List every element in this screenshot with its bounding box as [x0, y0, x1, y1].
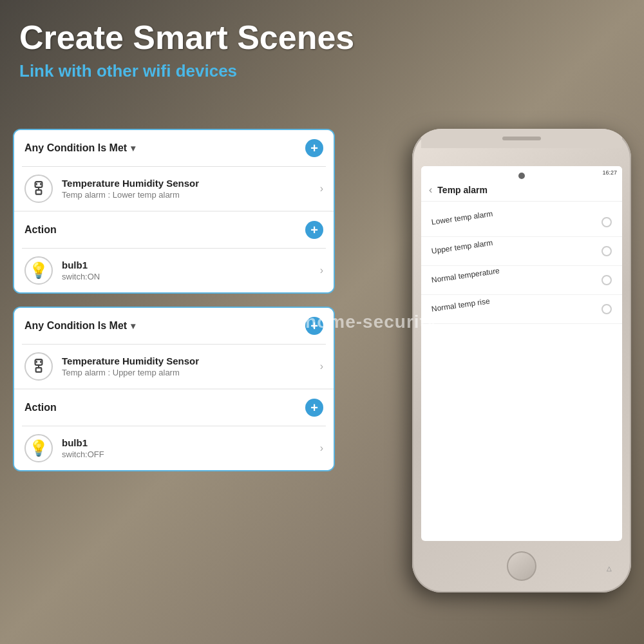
- bulb-title-1: bulb1: [62, 260, 311, 270]
- svg-rect-2: [36, 190, 42, 194]
- plug-icon-2: [30, 358, 47, 375]
- list-item-radio[interactable]: [601, 304, 612, 314]
- list-item-radio[interactable]: [601, 275, 612, 285]
- condition-title-1: Any Condition Is Met ▾: [24, 142, 135, 154]
- add-condition-btn-1[interactable]: +: [305, 139, 323, 157]
- action-header-1: Action +: [14, 211, 334, 248]
- sensor-chevron-2: ›: [320, 361, 323, 372]
- bulb-emoji-2: 💡: [29, 439, 48, 457]
- condition-title-2: Any Condition Is Met ▾: [24, 320, 135, 332]
- condition-label-2: Any Condition Is Met: [24, 320, 127, 332]
- sensor-item-2[interactable]: Temperature Humidity Sensor Temp alarm :…: [14, 345, 334, 388]
- bulb-emoji-1: 💡: [29, 261, 48, 279]
- bulb-title-2: bulb1: [62, 437, 311, 448]
- phone-list: Lower temp alarmUpper temp alarmNormal t…: [421, 202, 622, 330]
- left-panel: Any Condition Is Met ▾ + Temperature Hum…: [13, 129, 335, 471]
- list-item-radio[interactable]: [601, 246, 612, 256]
- bulb-item-1[interactable]: 💡 bulb1 switch:ON ›: [14, 249, 334, 292]
- sensor-icon-2: [24, 352, 53, 381]
- add-condition-btn-2[interactable]: +: [305, 317, 323, 335]
- sensor-title-2: Temperature Humidity Sensor: [62, 355, 311, 366]
- sensor-title-1: Temperature Humidity Sensor: [62, 178, 311, 189]
- bulb-chevron-1: ›: [320, 265, 323, 276]
- bulb-subtitle-2: switch:OFF: [62, 450, 311, 459]
- phone-screen: 16:27 ‹ Temp alarm Lower temp alarmUpper…: [421, 166, 622, 541]
- condition-label-1: Any Condition Is Met: [24, 142, 127, 154]
- bulb-item-2[interactable]: 💡 bulb1 switch:OFF ›: [14, 426, 334, 470]
- scene-card-1: Any Condition Is Met ▾ + Temperature Hum…: [13, 129, 335, 294]
- svg-rect-7: [36, 368, 42, 372]
- phone-home-button[interactable]: [507, 551, 536, 581]
- sensor-item-1[interactable]: Temperature Humidity Sensor Temp alarm :…: [14, 167, 334, 211]
- plug-icon-1: [30, 180, 47, 197]
- page-subtitle: Link with other wifi devices: [19, 61, 354, 81]
- phone-mockup: 16:27 ‹ Temp alarm Lower temp alarmUpper…: [412, 129, 644, 631]
- sensor-subtitle-2: Temp alarm : Upper temp alarm: [62, 368, 311, 377]
- condition-header-1: Any Condition Is Met ▾ +: [14, 130, 334, 166]
- phone-notch: [421, 129, 622, 148]
- chevron-down-icon-2: ▾: [131, 321, 135, 331]
- list-item-radio[interactable]: [601, 217, 612, 227]
- sensor-chevron-1: ›: [320, 183, 323, 194]
- bulb-subtitle-1: switch:ON: [62, 272, 311, 281]
- condition-header-2: Any Condition Is Met ▾ +: [14, 308, 334, 344]
- action-label-2: Action: [24, 402, 57, 413]
- add-action-btn-1[interactable]: +: [305, 221, 323, 239]
- phone-back-indicator: △: [607, 565, 612, 572]
- phone-camera-icon: [518, 173, 525, 179]
- back-button[interactable]: ‹: [429, 184, 432, 196]
- phone-time: 16:27: [602, 169, 617, 176]
- phone-speaker: [502, 137, 541, 140]
- bulb-icon-wrapper-1: 💡: [24, 256, 53, 285]
- chevron-down-icon-1: ▾: [131, 143, 135, 153]
- bulb-chevron-2: ›: [320, 442, 323, 454]
- sensor-icon-1: [24, 175, 53, 203]
- add-action-btn-2[interactable]: +: [305, 399, 323, 417]
- bulb-text-2: bulb1 switch:OFF: [62, 437, 311, 459]
- sensor-text-1: Temperature Humidity Sensor Temp alarm :…: [62, 178, 311, 200]
- phone-outer: 16:27 ‹ Temp alarm Lower temp alarmUpper…: [412, 129, 631, 592]
- scene-card-2: Any Condition Is Met ▾ + Temperature Hum…: [13, 307, 335, 471]
- action-header-2: Action +: [14, 388, 334, 426]
- bulb-icon-wrapper-2: 💡: [24, 434, 53, 462]
- sensor-text-2: Temperature Humidity Sensor Temp alarm :…: [62, 355, 311, 377]
- header-section: Create Smart Scenes Link with other wifi…: [19, 19, 354, 81]
- action-label-1: Action: [24, 224, 57, 236]
- list-item[interactable]: Normal temp rise: [421, 295, 622, 324]
- bulb-text-1: bulb1 switch:ON: [62, 260, 311, 281]
- page-title: Create Smart Scenes: [19, 19, 354, 56]
- sensor-subtitle-1: Temp alarm : Lower temp alarm: [62, 190, 311, 200]
- screen-title: Temp alarm: [437, 185, 488, 195]
